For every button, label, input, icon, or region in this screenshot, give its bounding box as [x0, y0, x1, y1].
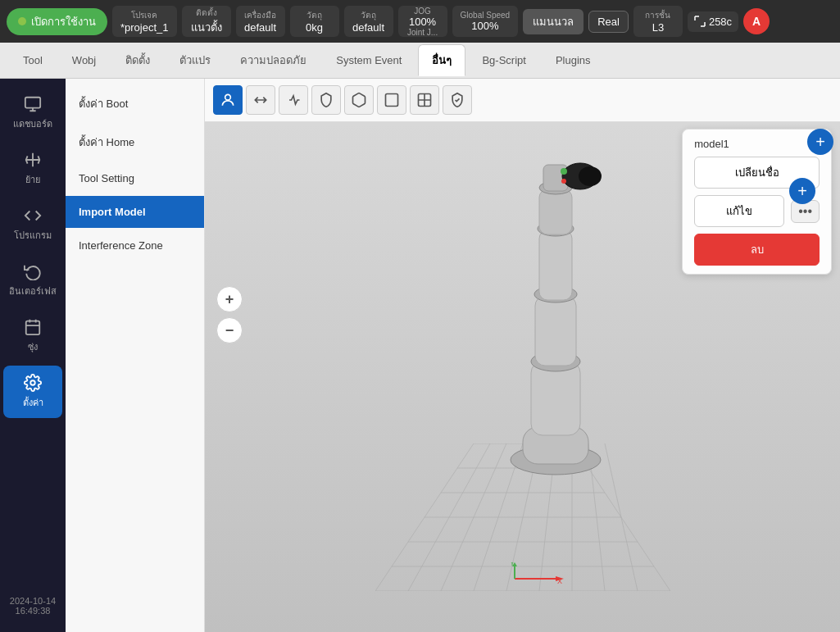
sidebar-label-interface: อินเตอร์เฟส — [9, 284, 57, 298]
topbar: เปิดการใช้งาน โปรเจค *project_1 ติดตั้ง … — [0, 0, 840, 43]
weight-label: วัตถุ — [306, 9, 322, 21]
code-icon — [24, 207, 42, 225]
layer-value: L3 — [652, 21, 664, 34]
add-model-float-button[interactable]: + — [807, 129, 833, 155]
menu-home[interactable]: ตั้งค่า Home — [66, 124, 204, 161]
vt-path-btn[interactable] — [246, 85, 275, 115]
config-value: แนวตั้ง — [191, 19, 222, 36]
tab-system-event[interactable]: System Event — [323, 48, 415, 73]
weight-section[interactable]: วัตถุ 0kg — [290, 6, 339, 37]
expand-value: 258c — [709, 16, 732, 28]
payload-section[interactable]: วัตถุ default — [344, 6, 393, 37]
vt-shield-btn[interactable] — [311, 85, 341, 115]
svg-rect-25 — [531, 361, 580, 435]
tab-other[interactable]: อื่นๆ — [418, 44, 465, 76]
calendar-icon — [24, 318, 42, 336]
sidebar-item-interface[interactable]: อินเตอร์เฟส — [3, 254, 62, 307]
robot-icon — [220, 92, 236, 108]
vt-robot-btn[interactable] — [213, 85, 243, 115]
check-icon — [449, 92, 465, 108]
move-icon — [24, 151, 42, 169]
tab-safety[interactable]: ความปลอดภัย — [227, 45, 320, 75]
real-button[interactable]: Real — [588, 11, 629, 33]
svg-text:X: X — [557, 577, 562, 585]
weight-value: 0kg — [306, 21, 323, 34]
shield-icon — [318, 92, 334, 108]
model-name: model1 — [694, 138, 729, 150]
expand-icon — [694, 16, 706, 27]
date: 2024-10-14 — [10, 596, 56, 606]
path-icon — [252, 92, 269, 108]
vt-box2-btn[interactable] — [377, 85, 406, 115]
add-model-button[interactable]: + — [789, 178, 815, 204]
jog-sub: Joint J... — [407, 28, 438, 37]
vt-check-btn[interactable] — [443, 85, 472, 115]
open-label: เปิดการใช้งาน — [31, 13, 96, 30]
sidebar-item-schedule[interactable]: ซุ่ง — [3, 310, 62, 362]
menu-import-model[interactable]: Import Model — [66, 196, 204, 228]
sidebar-item-dashboard[interactable]: แดชบอร์ด — [3, 87, 62, 139]
layer-label: การชั้น — [645, 9, 670, 21]
project-value: *project_1 — [120, 21, 169, 34]
sidebar-label-settings: ตั้งค่า — [23, 395, 43, 410]
tab-bg-script[interactable]: Bg-Script — [469, 48, 538, 73]
project-section[interactable]: โปรเจค *project_1 — [112, 6, 177, 37]
config-section[interactable]: ติดตั้ง แนวตั้ง — [182, 6, 231, 37]
open-button[interactable]: เปิดการใช้งาน — [7, 8, 107, 35]
tab-plugins[interactable]: Plugins — [543, 48, 604, 73]
svg-rect-31 — [539, 189, 572, 234]
time: 16:49:38 — [10, 606, 56, 616]
model-name-row: model1 + — [694, 138, 820, 150]
axis-indicator: X Y — [506, 562, 572, 587]
box3-icon — [416, 92, 433, 108]
zoom-in-button[interactable]: + — [216, 286, 243, 312]
sidebar-item-program[interactable]: โปรแกรม — [3, 198, 62, 251]
box2-icon — [384, 92, 400, 108]
speed-section[interactable]: Global Speed 100% — [452, 6, 519, 37]
device-label: เครื่องมือ — [244, 9, 276, 21]
menu-boot[interactable]: ตั้งค่า Boot — [66, 85, 204, 122]
vt-box3-btn[interactable] — [410, 85, 439, 115]
edit-button[interactable]: แก้ไข — [694, 195, 784, 227]
box-icon — [351, 92, 367, 108]
svg-rect-27 — [535, 296, 576, 366]
jog-value: 100% — [409, 16, 436, 28]
tab-wobj[interactable]: Wobj — [59, 48, 109, 73]
svg-point-35 — [579, 166, 602, 186]
jog-section[interactable]: JOG 100% Joint J... — [398, 6, 447, 37]
mode-button[interactable]: แมนนวล — [523, 9, 583, 34]
robot-arm — [474, 140, 638, 484]
svg-point-3 — [225, 94, 231, 100]
menu-tool-setting[interactable]: Tool Setting — [66, 162, 204, 194]
svg-rect-29 — [539, 230, 572, 300]
expand-button[interactable]: 258c — [688, 11, 738, 32]
viewport-area: X Y + − model1 + เปลียนชื่อ — [205, 79, 840, 632]
viewport-toolbar — [205, 79, 840, 122]
sidebar-item-move[interactable]: ย้าย — [3, 143, 62, 195]
svg-rect-1 — [26, 321, 40, 335]
project-label: โปรเจค — [131, 9, 157, 21]
menu-interference-zone[interactable]: Interference Zone — [66, 230, 204, 261]
vt-box1-btn[interactable] — [344, 85, 374, 115]
tab-variable[interactable]: ตัวแปร — [166, 45, 224, 75]
vt-joint-btn[interactable] — [279, 85, 308, 115]
monitor-icon — [24, 95, 42, 113]
layer-section: การชั้น L3 — [633, 6, 683, 37]
speed-value: 100% — [471, 20, 498, 32]
sidebar: แดชบอร์ด ย้าย โปรแกรม อินเตอร์เฟส ซุ่ง — [0, 79, 66, 632]
joints-icon — [285, 92, 302, 108]
delete-button[interactable]: ลบ — [694, 234, 820, 266]
tab-tool[interactable]: Tool — [10, 48, 56, 73]
interface-icon — [24, 262, 42, 280]
settings-icon — [24, 374, 42, 392]
avatar[interactable]: A — [743, 8, 770, 34]
zoom-out-button[interactable]: − — [216, 317, 243, 343]
viewport-3d[interactable]: X Y + − model1 + เปลียนชื่อ — [205, 122, 840, 632]
tab-install[interactable]: ติดตั้ง — [112, 45, 163, 75]
datetime: 2024-10-14 16:49:38 — [10, 596, 56, 624]
device-section[interactable]: เครื่องมือ default — [236, 6, 285, 37]
sidebar-item-settings[interactable]: ตั้งค่า — [3, 366, 62, 418]
tabbar: Tool Wobj ติดตั้ง ตัวแปร ความปลอดภัย Sys… — [0, 43, 840, 79]
config-label: ติดตั้ง — [196, 7, 217, 19]
payload-value: default — [352, 21, 384, 34]
